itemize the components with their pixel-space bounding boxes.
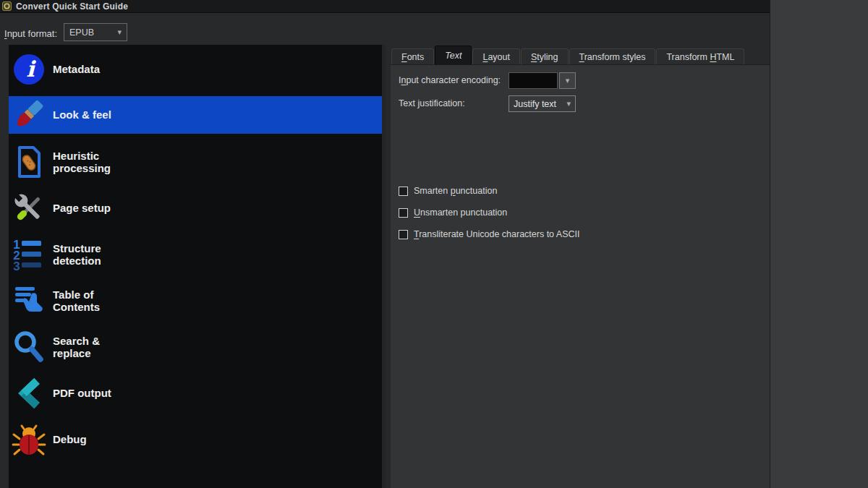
tab-layout[interactable]: Layout (472, 48, 520, 64)
convert-window-icon (2, 1, 12, 11)
tabbar: Fonts Text Layout Styling Transform styl… (391, 48, 745, 64)
checkbox-label: Smarten punctuation (414, 186, 497, 196)
text-tab-pane: Input character encoding: ▾ Text justifi… (391, 64, 770, 488)
tab-transform-html[interactable]: Transform HTML (656, 48, 744, 64)
checkbox-box (399, 187, 408, 196)
checkbox-smarten-punctuation[interactable]: Smarten punctuation (399, 186, 497, 196)
text-justification-value: Justify text (514, 99, 563, 109)
convert-dialog: Convert Quick Start Guide Input format: … (0, 0, 770, 488)
dropdown-arrow-icon: ▾ (566, 77, 570, 85)
sidebar-item-label: Look & feel (53, 108, 134, 121)
text-justification-label: Text justification: (399, 98, 465, 108)
sidebar-item-debug[interactable]: Debug (9, 416, 382, 463)
sidebar-item-structure-detection[interactable]: 1 2 3 Structure detection (9, 231, 382, 278)
checkbox-label: Unsmarten punctuation (414, 207, 507, 218)
input-format-select[interactable]: EPUB ▾ (64, 23, 127, 41)
tab-transform-styles[interactable]: Transform styles (569, 48, 656, 64)
convert-sections-sidebar: i Metadata Look & feel He (9, 45, 386, 488)
input-format-label: Input format: (4, 28, 57, 39)
numbered-list-icon: 1 2 3 (12, 237, 46, 272)
text-justification-select[interactable]: Justify text ▾ (509, 95, 576, 112)
checkbox-transliterate-unicode[interactable]: Transliterate Unicode characters to ASCI… (399, 229, 580, 239)
toc-hand-icon (12, 283, 46, 318)
bandaged-document-icon (12, 145, 46, 179)
sidebar-item-label: PDF output (53, 387, 134, 399)
window-title: Convert Quick Start Guide (16, 1, 128, 12)
dropdown-arrow-icon: ▾ (566, 100, 571, 108)
encoding-dropdown-button[interactable]: ▾ (559, 72, 576, 89)
sidebar-item-label: Metadata (53, 63, 134, 75)
sidebar-item-label: Debug (53, 433, 134, 445)
input-character-encoding-combo: ▾ (509, 72, 576, 89)
chevron-left-icon (12, 376, 46, 411)
input-format-value: EPUB (69, 27, 117, 38)
tab-text[interactable]: Text (435, 46, 472, 64)
sidebar-item-page-setup[interactable]: Page setup (9, 185, 382, 231)
sidebar-item-label: Table of Contents (53, 288, 134, 314)
window-titlebar: Convert Quick Start Guide (0, 0, 770, 13)
input-character-encoding-label: Input character encoding: (399, 75, 501, 85)
paintbrush-icon (12, 98, 46, 132)
sidebar-item-label: Structure detection (53, 242, 134, 267)
sidebar-item-search-and-replace[interactable]: Search & replace (9, 324, 382, 370)
info-icon: i (12, 52, 46, 87)
encoding-input[interactable] (509, 72, 558, 89)
tools-icon (12, 191, 46, 226)
sidebar-item-heuristic-processing[interactable]: Heuristic processing (9, 139, 382, 185)
tab-styling[interactable]: Styling (521, 48, 569, 64)
checkbox-label: Transliterate Unicode characters to ASCI… (414, 229, 580, 239)
svg-text:3: 3 (13, 260, 20, 272)
sidebar-item-label: Search & replace (53, 335, 134, 360)
magnifier-icon (12, 330, 46, 364)
sidebar-item-metadata[interactable]: i Metadata (9, 46, 382, 93)
checkbox-unsmarten-punctuation[interactable]: Unsmarten punctuation (399, 207, 507, 218)
checkbox-box (399, 208, 408, 218)
checkbox-box (399, 230, 408, 239)
sidebar-item-pdf-output[interactable]: PDF output (9, 370, 382, 416)
sidebar-item-look-and-feel[interactable]: Look & feel (9, 93, 382, 139)
tab-fonts[interactable]: Fonts (391, 48, 434, 64)
bug-icon (12, 422, 46, 457)
dropdown-arrow-icon: ▾ (117, 28, 122, 36)
sidebar-item-label: Page setup (53, 202, 134, 214)
sidebar-item-table-of-contents[interactable]: Table of Contents (9, 278, 382, 324)
sidebar-item-label: Heuristic processing (53, 150, 134, 175)
